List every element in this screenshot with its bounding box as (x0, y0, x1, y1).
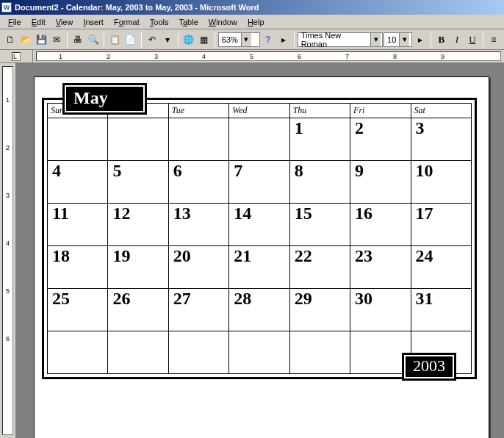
paste-icon[interactable]: 📄 (123, 32, 137, 48)
help-icon[interactable]: ? (261, 32, 276, 48)
open-icon[interactable]: 📂 (18, 32, 33, 48)
calendar-cell[interactable]: 18 (48, 246, 108, 289)
font-combo[interactable]: Times New Roman ▾ (298, 32, 383, 47)
separator (294, 32, 295, 47)
calendar-cell[interactable] (108, 331, 168, 374)
calendar-cell[interactable]: 3 (411, 118, 471, 161)
ruler-track[interactable]: 123456789 (36, 51, 501, 61)
calendar-row: 18192021222324 (48, 246, 472, 289)
calendar-cell[interactable] (168, 331, 228, 374)
ruler-tick: 6 (3, 335, 12, 342)
calendar-cell[interactable] (229, 331, 289, 374)
menu-help[interactable]: Help (242, 16, 270, 28)
calendar-cell[interactable]: 20 (168, 246, 228, 289)
month-label: May (62, 83, 147, 115)
menu-file[interactable]: File (3, 16, 26, 28)
menu-edit[interactable]: Edit (26, 16, 51, 28)
menu-table[interactable]: Table (173, 16, 203, 28)
menu-tools[interactable]: Tools (145, 16, 174, 28)
calendar-cell[interactable]: 23 (350, 246, 411, 289)
separator (431, 32, 431, 47)
more-icon[interactable]: ▸ (276, 32, 291, 48)
vertical-ruler: 123456 (0, 63, 16, 438)
calendar-cell[interactable]: 24 (411, 246, 471, 289)
calendar-cell[interactable]: 21 (229, 246, 289, 289)
chevron-down-icon[interactable]: ▾ (370, 33, 381, 46)
separator (178, 32, 179, 47)
italic-button[interactable]: I (450, 32, 464, 48)
calendar-cell[interactable]: 12 (108, 204, 168, 246)
print-preview-icon[interactable]: 🔍 (86, 32, 101, 48)
calendar-cell[interactable]: 25 (48, 289, 108, 331)
calendar-cell[interactable]: 6 (168, 161, 228, 204)
zoom-combo[interactable]: 63% ▾ (218, 32, 260, 47)
menu-format[interactable]: Format (109, 16, 145, 28)
bold-button[interactable]: B (434, 32, 449, 48)
calendar-cell[interactable]: 16 (350, 204, 411, 246)
calendar-cell[interactable]: 31 (411, 289, 471, 331)
size-combo[interactable]: 10 ▾ (384, 32, 412, 47)
undo-icon[interactable]: ↶ (145, 32, 159, 48)
menu-insert[interactable]: Insert (78, 16, 109, 28)
chevron-down-icon[interactable]: ▾ (399, 33, 409, 46)
calendar-cell[interactable]: 14 (229, 204, 289, 246)
dropdown-icon[interactable]: ▾ (160, 32, 175, 48)
calendar-cell[interactable] (48, 331, 108, 374)
hyperlink-icon[interactable]: 🌐 (181, 32, 196, 48)
calendar-row: 11121314151617 (48, 204, 472, 246)
ruler-track[interactable]: 123456 (2, 66, 13, 435)
calendar-cell[interactable]: 7 (229, 161, 289, 204)
ruler-tick: 4 (3, 240, 12, 247)
day-header: Thu (289, 104, 350, 118)
calendar-cell[interactable] (289, 331, 350, 374)
tab-selector[interactable]: L (12, 52, 21, 61)
calendar-cell[interactable]: 19 (108, 246, 168, 289)
underline-button[interactable]: U (465, 32, 480, 48)
separator (67, 32, 68, 47)
calendar-cell[interactable] (108, 118, 168, 161)
horizontal-ruler: L 123456789 (0, 50, 504, 63)
separator (141, 32, 142, 47)
calendar-cell[interactable]: 1 (289, 118, 350, 161)
calendar-cell[interactable]: 30 (350, 289, 411, 331)
font-value: Times New Roman (301, 31, 368, 49)
new-doc-icon[interactable]: 🗋 (3, 32, 18, 48)
calendar-cell[interactable]: 5 (108, 161, 168, 204)
calendar-cell[interactable] (229, 118, 289, 161)
calendar-cell[interactable]: 15 (289, 204, 350, 246)
document-area: May SunMonTueWedThuFriSat 12345678910111… (16, 63, 504, 438)
calendar-row: 123 (48, 118, 472, 161)
print-icon[interactable]: 🖶 (71, 32, 85, 48)
calendar-cell[interactable]: 10 (411, 161, 471, 204)
calendar-cell[interactable]: 9 (350, 161, 411, 204)
save-icon[interactable]: 💾 (34, 32, 48, 48)
calendar-cell[interactable]: 27 (168, 289, 228, 331)
ruler-tick: 2 (3, 144, 12, 151)
menu-bar: File Edit View Insert Format Tools Table… (0, 15, 504, 29)
tables-borders-icon[interactable]: ▦ (197, 32, 212, 48)
more-icon[interactable]: ▸ (413, 32, 428, 48)
menu-window[interactable]: Window (204, 16, 242, 28)
calendar-cell[interactable]: 8 (289, 161, 350, 204)
calendar-cell[interactable] (48, 118, 108, 161)
mail-icon[interactable]: ✉ (49, 32, 64, 48)
calendar-cell[interactable]: 2 (350, 118, 411, 161)
calendar-row: 45678910 (48, 161, 472, 204)
separator (215, 32, 215, 47)
calendar-cell[interactable]: 29 (289, 289, 350, 331)
day-header: Fri (350, 104, 411, 118)
chevron-down-icon[interactable]: ▾ (241, 33, 251, 46)
calendar-cell[interactable]: 17 (411, 204, 471, 246)
day-header: Tue (168, 104, 228, 118)
calendar-cell[interactable]: 22 (289, 246, 350, 289)
menu-view[interactable]: View (51, 16, 79, 28)
calendar-cell[interactable]: 28 (229, 289, 289, 331)
calendar-cell[interactable] (168, 118, 228, 161)
calendar-cell[interactable]: 11 (48, 204, 108, 246)
calendar-cell[interactable]: 13 (168, 204, 228, 246)
calendar-cell[interactable]: 26 (108, 289, 168, 331)
align-justify-icon[interactable]: ≡ (486, 32, 501, 48)
copy-icon[interactable]: 📋 (107, 32, 122, 48)
ruler-tick: 3 (154, 52, 158, 60)
calendar-cell[interactable]: 4 (48, 161, 108, 204)
